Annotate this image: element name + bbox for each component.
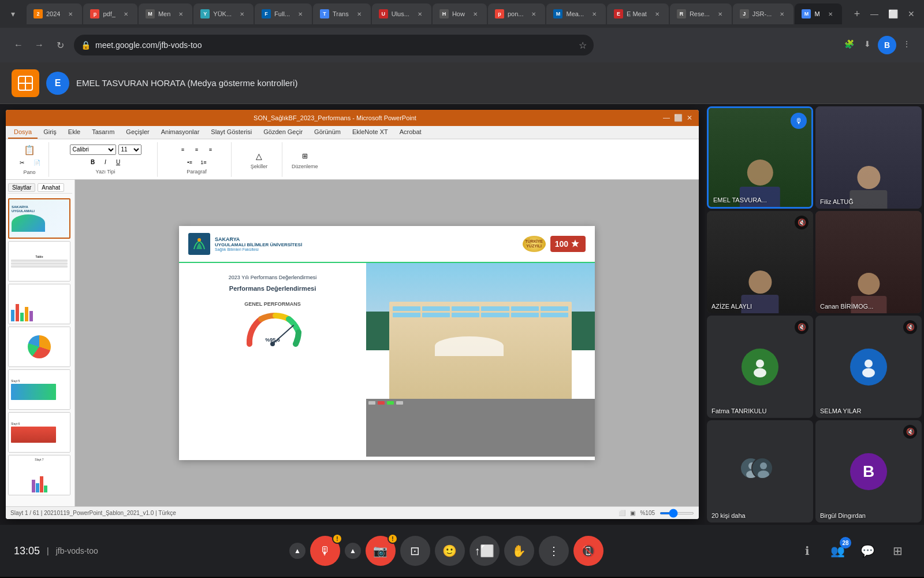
ppt-tab-ekle[interactable]: Ekle [62, 126, 86, 139]
ribbon-shapes[interactable]: △ [251, 150, 268, 162]
download-btn[interactable]: ⬇ [859, 36, 875, 52]
tab-close-btn[interactable]: ✕ [716, 9, 725, 18]
browser-tab-tab12[interactable]: R Rese... ✕ [670, 3, 732, 24]
browser-tab-tab7[interactable]: U Ulus... ✕ [372, 3, 431, 24]
ppt-tab-slayt[interactable]: Slayt Gösterisi [205, 126, 258, 139]
slide-thumb-1[interactable]: SAKARYAUYGULAMALI [8, 198, 70, 239]
slide-thumb-6[interactable]: Slayt 6 [8, 412, 70, 453]
ribbon-paste[interactable]: 📋 [21, 144, 38, 157]
ppt-tab-giris[interactable]: Giriş [38, 126, 62, 139]
address-bar[interactable]: 🔒 meet.google.com/jfb-vods-too ☆ [74, 35, 594, 55]
browser-tab-tab10[interactable]: M Mea... ✕ [546, 3, 606, 24]
people-btn[interactable]: 👥 28 [825, 538, 850, 564]
browser-tab-tab8[interactable]: H How ✕ [433, 3, 487, 24]
ribbon-copy[interactable]: 📄 [30, 158, 44, 168]
browser-tab-tab11[interactable]: E E Meat ✕ [607, 3, 669, 24]
meeting-info-btn[interactable]: ℹ [795, 538, 820, 564]
tab-close-btn[interactable]: ✕ [176, 9, 185, 18]
browser-tab-tab3[interactable]: M Men ✕ [139, 3, 192, 24]
tab-close-btn[interactable]: ✕ [826, 9, 835, 18]
camera-expand-btn[interactable]: ▲ [345, 543, 361, 559]
close-btn[interactable]: ✕ [903, 6, 919, 22]
tab-close-btn[interactable]: ✕ [471, 9, 480, 18]
ribbon-align-left[interactable]: ≡ [177, 144, 189, 155]
forward-button[interactable]: → [30, 36, 49, 54]
browser-tab-tab9[interactable]: p pon... ✕ [488, 3, 546, 24]
ribbon-align-center[interactable]: ≡ [191, 144, 203, 155]
minimize-btn[interactable]: — [866, 6, 882, 22]
tab-close-btn[interactable]: ✕ [529, 9, 538, 18]
browser-tab-tab2[interactable]: p pdf_ ✕ [83, 3, 137, 24]
slides-tab[interactable]: Slaytlar [8, 183, 35, 192]
browser-tab-tab14[interactable]: M M ✕ [795, 3, 841, 24]
tab-close-btn[interactable]: ✕ [777, 9, 787, 18]
mic-toggle-btn[interactable]: 🎙 ! [310, 536, 340, 566]
more-options-btn[interactable]: ⋮ [539, 536, 569, 566]
emoji-btn[interactable]: 🙂 [435, 536, 465, 566]
ribbon-cut[interactable]: ✂ [15, 158, 29, 168]
tab-close-btn[interactable]: ✕ [66, 9, 75, 18]
view-slide[interactable]: ▣ [630, 510, 635, 516]
browser-tab-tab5[interactable]: F Full... ✕ [255, 3, 312, 24]
ppt-tab-tasarim[interactable]: Tasarım [86, 126, 120, 139]
browser-tab-tab13[interactable]: J JSR-... ✕ [733, 3, 794, 24]
maximize-btn[interactable]: ⬜ [885, 6, 901, 22]
tab-close-btn[interactable]: ✕ [237, 9, 247, 18]
ppt-tab-gecis[interactable]: Geçişler [120, 126, 155, 139]
tab-label: pon... [508, 10, 524, 17]
tab-close-btn[interactable]: ✕ [590, 9, 599, 18]
slide-thumb-5[interactable]: Slayt 5 [8, 369, 70, 410]
tab-close-btn[interactable]: ✕ [121, 9, 131, 18]
tab-list-btn[interactable]: ▾ [5, 6, 21, 22]
font-size-select[interactable]: 11 [118, 144, 141, 155]
chat-btn[interactable]: 💬 [855, 538, 880, 564]
profile-button[interactable]: B [878, 36, 896, 54]
ribbon-bullets[interactable]: •≡ [184, 157, 196, 168]
ppt-restore[interactable]: ⬜ [673, 113, 683, 123]
present-btn[interactable]: ↑⬜ [470, 536, 500, 566]
browser-tab-tab6[interactable]: T Trans ✕ [313, 3, 371, 24]
view-normal[interactable]: ⬜ [619, 510, 625, 516]
ppt-tab-eknote[interactable]: EkleNote XT [346, 126, 394, 139]
mute-icon-fatma: 🔇 [795, 320, 808, 334]
ribbon-underline[interactable]: U [113, 157, 124, 168]
ribbon-align-right[interactable]: ≡ [204, 144, 217, 155]
ribbon-bold[interactable]: B [87, 157, 99, 168]
reload-button[interactable]: ↻ [51, 36, 69, 54]
browser-tab-tab1[interactable]: 2 2024 ✕ [27, 3, 82, 24]
font-family-select[interactable]: Calibri [70, 144, 116, 155]
activities-btn[interactable]: ⊞ [885, 538, 910, 564]
ppt-tab-gozden[interactable]: Gözden Geçir [258, 126, 308, 139]
tab-close-btn[interactable]: ✕ [296, 9, 305, 18]
bottom-left: 13:05 | jfb-vods-too [14, 545, 98, 557]
slide-thumb-2[interactable]: Tablo [8, 241, 70, 281]
menu-btn[interactable]: ⋮ [899, 36, 915, 52]
captions-btn[interactable]: ⊡ [400, 536, 430, 566]
ppt-tab-gorunum[interactable]: Görünüm [308, 126, 346, 139]
raise-hand-btn[interactable]: ✋ [504, 536, 534, 566]
ppt-tab-dosya[interactable]: Dosya [8, 126, 38, 139]
extensions-btn[interactable]: 🧩 [841, 36, 857, 52]
participant-tile-more[interactable]: 20 kişi daha [707, 420, 813, 523]
slide-thumb-3[interactable] [8, 284, 70, 324]
ribbon-numbers[interactable]: 1≡ [198, 157, 210, 168]
browser-tab-tab4[interactable]: Y YÜK... ✕ [193, 3, 254, 24]
tab-close-btn[interactable]: ✕ [415, 9, 424, 18]
ribbon-italic[interactable]: I [100, 157, 111, 168]
ribbon-arrange[interactable]: ⊞ [296, 150, 314, 162]
mic-expand-btn[interactable]: ▲ [289, 543, 305, 559]
ppt-tab-anim[interactable]: Animasyonlar [155, 126, 206, 139]
ppt-minimize[interactable]: — [662, 113, 671, 123]
end-call-btn[interactable]: 📵 [573, 536, 603, 566]
back-button[interactable]: ← [9, 36, 28, 54]
ppt-close[interactable]: ✕ [685, 113, 694, 123]
camera-toggle-btn[interactable]: 📷 ! [366, 536, 396, 566]
tab-close-btn[interactable]: ✕ [355, 9, 364, 18]
tab-close-btn[interactable]: ✕ [653, 9, 662, 18]
zoom-slider[interactable] [660, 512, 694, 514]
slide-thumb-4[interactable] [8, 327, 70, 367]
new-tab-button[interactable]: + [849, 6, 865, 22]
outline-tab[interactable]: Anahat [38, 183, 64, 192]
ppt-tab-acrobat[interactable]: Acrobat [394, 126, 427, 139]
slide-thumb-7[interactable]: Slayt 7 [8, 455, 70, 495]
